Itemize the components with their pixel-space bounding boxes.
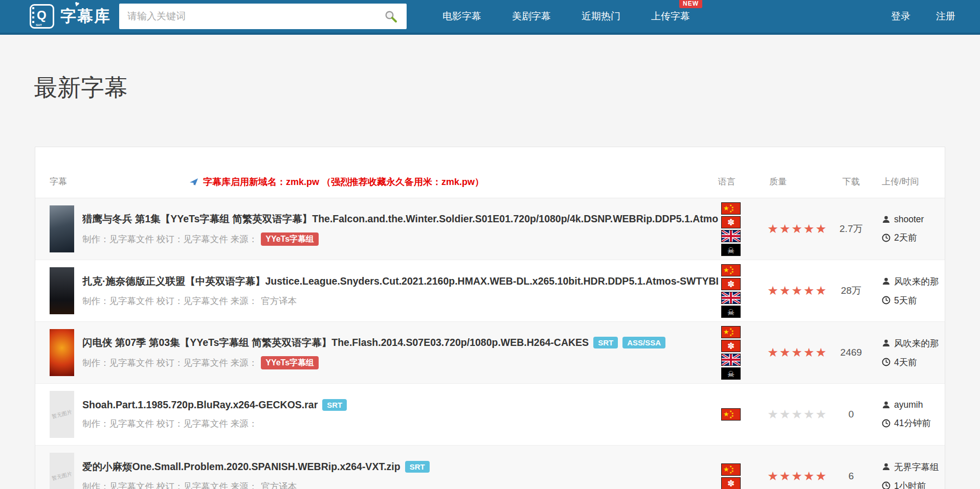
subtitle-title-link[interactable]: 闪电侠 第07季 第03集【YYeTs字幕组 简繁英双语字幕】The.Flash… xyxy=(82,336,589,350)
source-text: 官方译本 xyxy=(261,480,297,489)
upload-time: 2天前 xyxy=(882,231,945,244)
nav-item-tv-subtitles[interactable]: 美剧字幕 xyxy=(497,10,566,23)
upload-time: 41分钟前 xyxy=(882,417,945,429)
quality-stars: ★★★★★ xyxy=(767,346,828,359)
nav-item-recent-hot[interactable]: 近期热门 xyxy=(566,10,636,23)
upload-time-text: 41分钟前 xyxy=(894,417,931,429)
quality-stars: ★★★★★ xyxy=(767,408,828,421)
announcement-text: 字幕库启用新域名：zmk.pw （强烈推荐收藏永久备用米：zmk.pw） xyxy=(203,176,484,188)
china-flag-icon: ★★★★★ xyxy=(721,202,741,215)
uploader[interactable]: 无界字幕组 xyxy=(882,461,945,473)
download-count: 2469 xyxy=(840,347,862,358)
subtitle-table-card: 字幕 字幕库启用新域名：zmk.pw （强烈推荐收藏永久备用米：zmk.pw） … xyxy=(35,147,945,489)
poster-thumbnail[interactable]: 暂无图片 xyxy=(50,205,74,252)
svg-text:★: ★ xyxy=(729,210,732,213)
thumbnail-cell: 暂无图片 xyxy=(35,329,82,376)
source-group-badge[interactable]: YYeTs字幕组 xyxy=(261,232,319,245)
quality-stars: ★★★★★ xyxy=(767,223,828,235)
language-flags: ★★★★★✽☠ xyxy=(718,264,741,318)
header-downloads: 下载 xyxy=(842,176,860,188)
subtitle-row[interactable]: 暂无图片 闪电侠 第07季 第03集【YYeTs字幕组 简繁英双语字幕】The.… xyxy=(35,322,945,384)
china-flag-icon: ★★★★★ xyxy=(721,463,741,476)
upload-time-text: 5天前 xyxy=(894,294,917,307)
source-group-badge[interactable]: YYeTs字幕组 xyxy=(261,356,319,369)
thumbnail-cell: 暂无图片 xyxy=(35,267,82,314)
hongkong-flag-icon: ✽ xyxy=(721,340,741,352)
subtitle-title-link[interactable]: 扎克·施奈德版正义联盟【中英双语字幕】Justice.League.Snyder… xyxy=(82,274,718,288)
uploader-name: shooter xyxy=(894,214,924,225)
uploader-name: 无界字幕组 xyxy=(894,461,939,473)
download-count: 6 xyxy=(849,471,854,482)
pirate-flag-icon: ☠ xyxy=(721,244,741,256)
register-link[interactable]: 注册 xyxy=(936,10,955,23)
search-input[interactable] xyxy=(119,11,375,22)
svg-text:☠: ☠ xyxy=(727,369,734,378)
page-title: 最新字幕 xyxy=(34,72,980,104)
site-logo[interactable]: Q SHT ♥ 字幕库 xyxy=(30,4,111,29)
thumbnail-cell: 暂无图片 xyxy=(35,391,82,438)
language-flags: ★★★★★✽☠ xyxy=(718,326,741,380)
svg-text:★: ★ xyxy=(723,328,729,335)
pirate-flag-icon: ☠ xyxy=(721,367,741,380)
header-quality: 质量 xyxy=(769,176,787,188)
svg-text:★: ★ xyxy=(729,471,732,474)
search-button[interactable] xyxy=(375,4,407,29)
clock-icon xyxy=(882,419,890,428)
source-text: 官方译本 xyxy=(261,295,297,307)
poster-thumbnail[interactable]: 暂无图片 xyxy=(50,329,74,376)
nav-item-movie-subtitles[interactable]: 电影字幕 xyxy=(427,10,497,23)
svg-text:★: ★ xyxy=(723,204,729,212)
upload-time-text: 4天前 xyxy=(894,356,917,368)
subtitle-meta: 制作：见字幕文件 校订：见字幕文件 来源： YYeTs字幕组 xyxy=(82,356,718,369)
megaphone-icon xyxy=(189,177,199,187)
login-link[interactable]: 登录 xyxy=(891,10,910,23)
subtitle-meta: 制作：见字幕文件 校订：见字幕文件 来源： 官方译本 xyxy=(82,480,718,489)
meta-prefix: 制作：见字幕文件 校订：见字幕文件 来源： xyxy=(82,480,257,489)
auth-links: 登录 注册 xyxy=(891,10,957,23)
subtitle-row[interactable]: 暂无图片 爱的小麻烦One.Small.Problem.2020.SPANISH… xyxy=(35,446,945,489)
subtitle-row[interactable]: 暂无图片 Shoah.Part.1.1985.720p.BluRay.x264-… xyxy=(35,384,945,446)
poster-thumbnail[interactable]: 暂无图片 xyxy=(50,267,74,314)
upload-time-text: 1小时前 xyxy=(894,480,926,489)
svg-text:★: ★ xyxy=(723,410,729,418)
subtitle-title-link[interactable]: 爱的小麻烦One.Small.Problem.2020.SPANISH.WEBR… xyxy=(82,460,400,474)
uploader[interactable]: 风吹来的那 xyxy=(882,275,945,288)
user-icon xyxy=(882,215,890,224)
poster-thumbnail[interactable]: 暂无图片 xyxy=(50,453,74,489)
announcement[interactable]: 字幕库启用新域名：zmk.pw （强烈推荐收藏永久备用米：zmk.pw） xyxy=(82,176,715,188)
subtitle-meta: 制作：见字幕文件 校订：见字幕文件 来源： xyxy=(82,417,718,430)
meta-prefix: 制作：见字幕文件 校订：见字幕文件 来源： xyxy=(82,357,257,369)
subtitle-meta: 制作：见字幕文件 校订：见字幕文件 来源： 官方译本 xyxy=(82,295,718,307)
svg-text:★: ★ xyxy=(723,465,729,473)
poster-thumbnail[interactable]: 暂无图片 xyxy=(50,391,74,438)
format-badge: SRT xyxy=(593,337,618,348)
subtitle-title-link[interactable]: Shoah.Part.1.1985.720p.BluRay.x264-GECKO… xyxy=(82,399,318,411)
user-icon xyxy=(882,339,890,347)
navbar: Q SHT ♥ 字幕库 电影字幕 美剧字幕 近期热门 上传字幕 NEW 登 xyxy=(0,0,980,35)
upload-time: 5天前 xyxy=(882,294,945,307)
subtitle-row[interactable]: 暂无图片 猎鹰与冬兵 第1集【YYeTs字幕组 简繁英双语字幕】The.Falc… xyxy=(35,198,945,260)
uploader[interactable]: shooter xyxy=(882,214,945,225)
uploader[interactable]: ayumih xyxy=(882,400,945,410)
no-image-label: 暂无图片 xyxy=(51,408,73,420)
uploader[interactable]: 风吹来的那 xyxy=(882,337,945,350)
nav-item-upload-subtitles[interactable]: 上传字幕 NEW xyxy=(636,10,705,23)
upload-time: 1小时前 xyxy=(882,480,945,489)
user-icon xyxy=(882,462,890,471)
svg-text:★: ★ xyxy=(729,272,732,275)
logo-text: 字幕库 xyxy=(60,6,111,27)
uk-flag-icon xyxy=(721,292,741,304)
nav-label: 电影字幕 xyxy=(442,11,481,21)
uploader-name: ayumih xyxy=(894,400,923,410)
svg-text:☠: ☠ xyxy=(727,308,734,316)
subtitle-title-link[interactable]: 猎鹰与冬兵 第1集【YYeTs字幕组 简繁英双语字幕】The.Falcon.an… xyxy=(82,212,718,226)
clock-icon xyxy=(882,358,890,366)
uk-flag-icon xyxy=(721,230,741,242)
subtitle-row[interactable]: 暂无图片 扎克·施奈德版正义联盟【中英双语字幕】Justice.League.S… xyxy=(35,260,945,322)
uk-flag-icon xyxy=(721,354,741,366)
nav-label: 上传字幕 xyxy=(651,11,690,21)
new-badge: NEW xyxy=(679,0,702,8)
download-count: 28万 xyxy=(841,284,861,297)
language-flags: ★★★★★✽☠ xyxy=(718,202,741,256)
table-header: 字幕 字幕库启用新域名：zmk.pw （强烈推荐收藏永久备用米：zmk.pw） … xyxy=(35,147,945,198)
